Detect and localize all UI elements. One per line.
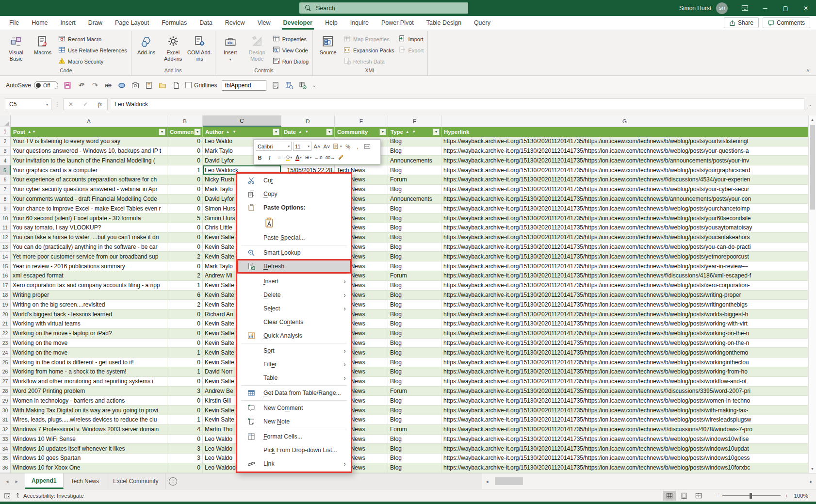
cell-B20[interactable]: 0 [167, 309, 203, 319]
menu-item-get-data-from-table-range[interactable]: Get Data from Table/Range... [237, 386, 351, 400]
row-header-2[interactable]: 2 [0, 137, 11, 146]
row-header-25[interactable]: 25 [0, 358, 11, 367]
cell-G31[interactable]: https://wayback.archive-it.org/15130/202… [441, 415, 808, 425]
row-header-19[interactable]: 19 [0, 300, 11, 309]
row-header-21[interactable]: 21 [0, 319, 11, 329]
zoom-level[interactable]: 100% [790, 493, 808, 499]
cell-B10[interactable]: 5 [167, 213, 203, 223]
cell-F4[interactable]: Announcements [388, 156, 441, 165]
row-header-6[interactable]: 6 [0, 175, 11, 185]
row-header-27[interactable]: 27 [0, 377, 11, 387]
table-lookup-button[interactable] [285, 81, 294, 90]
view-code-button[interactable]: View Code [271, 45, 310, 55]
row-header-1[interactable]: 1 [0, 127, 11, 137]
cell-G13[interactable]: https://wayback.archive-it.org/15130/202… [441, 243, 808, 252]
zoom-slider-thumb[interactable] [750, 493, 752, 499]
menu-item-cut[interactable]: Cut [237, 174, 351, 187]
menu-item-sort[interactable]: Sort› [237, 344, 351, 358]
cell-F25[interactable]: Blog [388, 358, 441, 367]
column-header-G[interactable]: G [441, 115, 808, 127]
menu-item-insert[interactable]: Insert› [237, 275, 351, 288]
ribbon-tab-help[interactable]: Help [319, 16, 344, 30]
ribbon-tab-inquire[interactable]: Inquire [344, 16, 375, 30]
cell-A11[interactable]: You say tomato, I say VLOOKUP? [11, 223, 167, 233]
share-button[interactable]: Share [724, 17, 759, 28]
bold-button[interactable]: B [256, 153, 264, 162]
cell-A21[interactable]: Working with virtual teams [11, 319, 167, 329]
cell-F35[interactable]: Blog [388, 454, 441, 463]
cell-G17[interactable]: https://wayback.archive-it.org/15130/202… [441, 281, 808, 291]
cell-G33[interactable]: https://wayback.archive-it.org/15130/202… [441, 435, 808, 444]
ribbon-display-options-icon[interactable] [734, 0, 755, 16]
row-header-32[interactable]: 32 [0, 425, 11, 435]
cell-F20[interactable]: Blog [388, 309, 441, 319]
menu-item-table[interactable]: Table› [237, 371, 351, 385]
cell-G19[interactable]: https://wayback.archive-it.org/15130/202… [441, 300, 808, 309]
macro-security-button[interactable]: Macro Security [57, 56, 129, 66]
row-header-33[interactable]: 33 [0, 435, 11, 444]
cell-F7[interactable]: Blog [388, 185, 441, 195]
menu-item-pick-from-drop-down-list[interactable]: Pick From Drop-down List... [237, 443, 351, 457]
cell-B18[interactable]: 6 [167, 291, 203, 300]
ribbon-tab-developer[interactable]: Developer [277, 16, 319, 30]
cell-B13[interactable]: 0 [167, 243, 203, 252]
ribbon-tab-home[interactable]: Home [25, 16, 54, 30]
cell-G9[interactable]: https://wayback.archive-it.org/15130/202… [441, 204, 808, 213]
cell-G20[interactable]: https://wayback.archive-it.org/15130/202… [441, 309, 808, 319]
row-header-31[interactable]: 31 [0, 415, 11, 425]
search-input[interactable]: Search [299, 2, 468, 14]
row-header-5[interactable]: 5 [0, 165, 11, 175]
table-column-header-post[interactable]: Post▲▼▾ [11, 127, 167, 137]
menu-item-new-note[interactable]: New Note [237, 415, 351, 428]
ribbon-tab-data[interactable]: Data [193, 16, 218, 30]
cell-A30[interactable]: With Making Tax Digital on its way are y… [11, 406, 167, 415]
row-header-7[interactable]: 7 [0, 185, 11, 195]
row-header-9[interactable]: 9 [0, 204, 11, 213]
accessibility-status[interactable]: Accessibility: Investigate [15, 492, 84, 499]
cell-F32[interactable]: Forum [388, 425, 441, 435]
formula-input[interactable]: Leo Waldock [111, 98, 804, 110]
menu-item-new-comment[interactable]: New Comment [237, 401, 351, 415]
cell-G23[interactable]: https://wayback.archive-it.org/15130/202… [441, 339, 808, 348]
cell-F10[interactable]: Blog [388, 213, 441, 223]
ribbon-tab-formulas[interactable]: Formulas [155, 16, 193, 30]
sheet-tab-tech-news[interactable]: Tech News [64, 473, 106, 489]
cell-G4[interactable]: https://wayback.archive-it.org/15130/202… [441, 156, 808, 165]
expand-formula-bar-icon[interactable]: ⌄ [804, 102, 816, 107]
filter-dropdown-icon[interactable]: ▾ [433, 129, 440, 135]
cell-G5[interactable]: https://wayback.archive-it.org/15130/202… [441, 165, 808, 175]
cell-B2[interactable]: 0 [167, 137, 203, 146]
confirm-entry-icon[interactable]: ✓ [78, 101, 93, 108]
cell-G27[interactable]: https://wayback.archive-it.org/15130/202… [441, 377, 808, 387]
column-header-A[interactable]: A [11, 115, 167, 127]
cell-B9[interactable]: 0 [167, 204, 203, 213]
cell-G14[interactable]: https://wayback.archive-it.org/15130/202… [441, 252, 808, 261]
column-header-C[interactable]: C [203, 115, 281, 127]
run-dialog-button[interactable]: Run Dialog [271, 56, 310, 66]
zoom-out-icon[interactable]: − [716, 493, 719, 499]
cell-A36[interactable]: Windows 10 for Xbox One [11, 463, 167, 473]
cell-A24[interactable]: Working on the move [11, 348, 167, 358]
sheet-tab-append1[interactable]: Append1 [25, 473, 64, 489]
cell-G16[interactable]: https://wayback.archive-it.org/15130/202… [441, 271, 808, 281]
cell-A19[interactable]: Writing on the big screen....revisited [11, 300, 167, 309]
normal-view-button[interactable] [663, 491, 676, 501]
comments-button[interactable]: Comments [763, 17, 810, 28]
column-header-D[interactable]: D [281, 115, 335, 127]
cell-B30[interactable]: 0 [167, 406, 203, 415]
table-name-input[interactable] [222, 80, 266, 91]
cell-B12[interactable]: 0 [167, 233, 203, 243]
cell-F9[interactable]: Blog [388, 204, 441, 213]
cell-B34[interactable]: 3 [167, 444, 203, 454]
new-file-button[interactable] [172, 81, 180, 90]
cell-B14[interactable]: 2 [167, 252, 203, 261]
scroll-up-icon[interactable]: ▲ [809, 115, 816, 124]
scroll-right-icon[interactable]: ▸ [806, 473, 816, 489]
zoom-slider[interactable] [722, 495, 781, 496]
row-header-22[interactable]: 22 [0, 329, 11, 339]
cell-A7[interactable]: Your cyber security questions answered -… [11, 185, 167, 195]
cell-G32[interactable]: https://wayback.archive-it.org/15130/202… [441, 425, 808, 435]
cell-G35[interactable]: https://wayback.archive-it.org/15130/202… [441, 454, 808, 463]
cell-B33[interactable]: 0 [167, 435, 203, 444]
percent-style-button[interactable]: % [344, 142, 352, 151]
